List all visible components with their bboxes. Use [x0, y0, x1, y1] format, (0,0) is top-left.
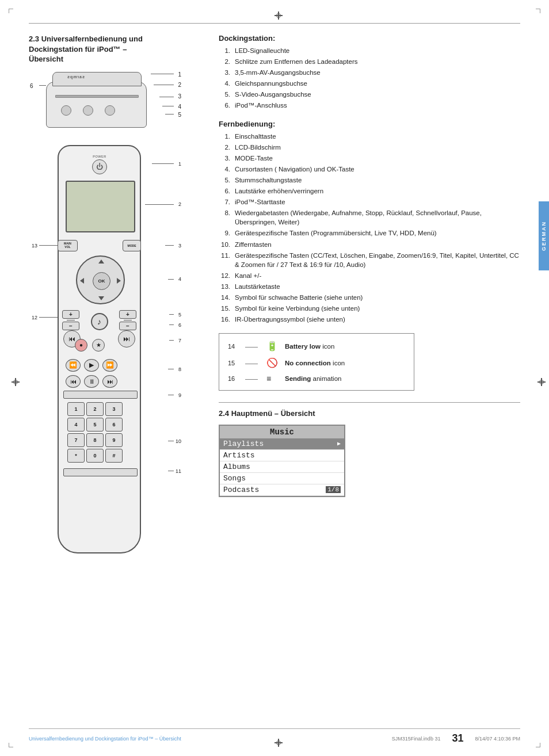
star-btn[interactable]: ★: [92, 339, 105, 352]
numpad-key-3[interactable]: 3: [105, 402, 123, 416]
bar-11-bottom[interactable]: [63, 468, 138, 476]
footer-left: Universalfernbedienung und Dockingstatio…: [29, 736, 181, 742]
callout-5: 5: [178, 112, 181, 118]
menu-item-label-3: Songs: [223, 474, 246, 483]
docking-title: Dockingstation:: [219, 34, 520, 43]
legend-num-15: 15: [228, 360, 239, 366]
docking-item-2: 2. Schlitze zum Entfernen des Ladeadapte…: [219, 57, 520, 66]
power-btn[interactable]: ⏻: [92, 159, 107, 174]
numpad-key-#[interactable]: #: [105, 449, 123, 463]
vol-plus-right[interactable]: +: [119, 310, 136, 319]
vol-divider-r: [124, 320, 132, 320]
numpad-key-5[interactable]: 5: [86, 418, 104, 432]
r-callout-5: 5: [178, 312, 181, 318]
play-btn[interactable]: ▶: [84, 359, 99, 372]
numpad-key-8[interactable]: 8: [86, 433, 104, 447]
rl-6: [169, 324, 174, 325]
remote-item-11: 11. Gerätespezifische Tasten (CC/Text, L…: [219, 251, 520, 269]
docking-text-1: LED-Signalleuchte: [235, 46, 289, 55]
ok-btn[interactable]: OK: [93, 272, 110, 290]
skip-right-btn[interactable]: ⏭: [118, 330, 135, 348]
rn-12: 12.: [219, 271, 230, 280]
pause-btn[interactable]: ⏸: [84, 375, 99, 388]
nav-circle[interactable]: OK: [76, 255, 125, 304]
next-btn[interactable]: ⏭: [102, 375, 117, 388]
ipod-btn[interactable]: ♪: [91, 313, 108, 330]
vol-plus-left[interactable]: +: [62, 310, 79, 319]
menu-page-num: 1/8: [326, 486, 341, 493]
legend-row-15: 15 —— 🚫 No connection icon: [228, 357, 405, 368]
rl-13: [39, 245, 58, 246]
nav-up-arrow: [98, 259, 104, 264]
power-label: POWER: [92, 155, 107, 158]
rl-4: [168, 279, 174, 280]
remote-list: 1.Einschalttaste 2.LCD-Bildschirm 3.MODE…: [219, 132, 520, 324]
line-6: [39, 85, 46, 86]
numpad: 123456789*0#: [67, 402, 123, 463]
remote-title: Fernbedienung:: [219, 120, 520, 128]
rec-star-row: ● ★: [75, 339, 105, 352]
mode-label: MODE: [128, 244, 136, 247]
bar-9-top[interactable]: [63, 391, 138, 399]
main-vol-label: MAIN VOL: [64, 242, 71, 249]
callout-1: 1: [178, 71, 181, 78]
corner-mark-tr: [536, 9, 540, 13]
mode-btn[interactable]: MODE: [123, 240, 141, 251]
vol-minus-right[interactable]: −: [119, 322, 136, 330]
remote-item-13: 13.Lautstärketaste: [219, 282, 520, 291]
rec-btn[interactable]: ●: [75, 339, 87, 352]
legend-label-14: Battery low icon: [285, 343, 334, 350]
ffwd-btn[interactable]: ⏩: [102, 359, 117, 372]
nav-ring[interactable]: OK: [76, 255, 125, 304]
main-vol-btn[interactable]: MAIN VOL: [58, 240, 78, 251]
prev-btn[interactable]: ⏮: [66, 375, 81, 388]
rl-2: [145, 204, 174, 205]
legend-row-14: 14 —— 🔋 Battery low icon: [228, 341, 405, 352]
nav-right-arrow: [117, 278, 121, 284]
docking-circles: [61, 105, 115, 116]
transport-row2: ⏮ ⏸ ⏭: [66, 375, 117, 388]
remote-item-5: 5.Stummschaltungstaste: [219, 175, 520, 185]
remote-diagram: POWER ⏻ MODE MAIN VOL: [29, 145, 184, 559]
rl-11: [168, 471, 174, 471]
menu-item-0: Playlists ▶: [220, 438, 344, 450]
r-callout-12: 12: [32, 315, 37, 320]
vol-minus-left[interactable]: −: [62, 322, 79, 330]
vol-right-group: + −: [119, 310, 136, 330]
numpad-key-7[interactable]: 7: [67, 433, 85, 447]
left-column: 2.3 Universalfernbedienung und Dockingst…: [29, 34, 201, 559]
rl-3: [165, 245, 174, 246]
rn-6: 6.: [219, 186, 230, 196]
top-crosshair: [274, 12, 283, 20]
menu-item-1: Artists: [220, 450, 344, 461]
numpad-key-4[interactable]: 4: [67, 418, 85, 432]
menu-item-label-1: Artists: [223, 451, 255, 460]
remote-power-area: POWER ⏻: [92, 155, 107, 174]
vol-divider: [67, 320, 75, 320]
numpad-key-9[interactable]: 9: [105, 433, 123, 447]
section-title-line2: Dockingstation für iPod™ –: [29, 45, 127, 54]
remote-item-7: 7.iPod™-Starttaste: [219, 197, 520, 207]
docking-text-3: 3,5-mm-AV-Ausgangsbuchse: [235, 68, 321, 77]
legend-num-16: 16: [228, 375, 239, 382]
r-callout-8: 8: [178, 366, 181, 372]
numpad-key-*[interactable]: *: [67, 449, 85, 463]
line-4: [162, 106, 174, 106]
rn-8: 8.: [219, 208, 230, 217]
remote-item-8: 8. Wiedergabetasten (Wiedergabe, Aufnahm…: [219, 208, 520, 227]
remote-body: POWER ⏻ MODE MAIN VOL: [58, 145, 141, 553]
rewind-btn[interactable]: ⏪: [66, 359, 81, 372]
rn-4: 4.: [219, 165, 230, 174]
right-crosshair: [537, 378, 546, 386]
menu-item-4: Podcasts 1/8: [220, 484, 344, 496]
numpad-key-0[interactable]: 0: [86, 449, 104, 463]
numpad-key-1[interactable]: 1: [67, 402, 85, 416]
numpad-key-6[interactable]: 6: [105, 418, 123, 432]
battery-low-icon: 🔋: [266, 341, 279, 352]
side-tab: GERMAN: [539, 201, 549, 270]
corner-mark-tl: [9, 9, 13, 13]
docking-diagram: sarmps 1 2 3 4 5 6: [29, 70, 184, 136]
line-1: [151, 74, 174, 74]
docking-num-6: 6.: [219, 101, 230, 110]
numpad-key-2[interactable]: 2: [86, 402, 104, 416]
